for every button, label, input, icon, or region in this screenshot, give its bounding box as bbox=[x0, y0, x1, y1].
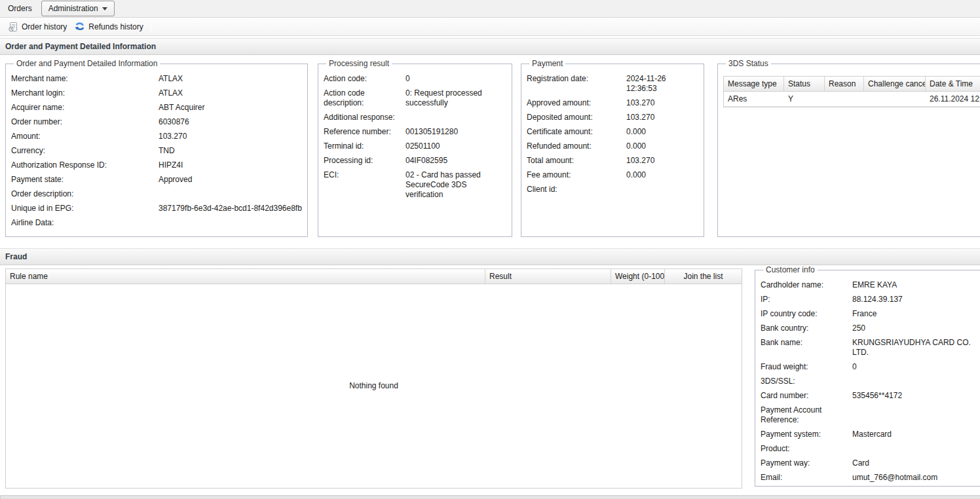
field-value: 0 bbox=[852, 362, 979, 372]
field-row: Currency: TND bbox=[11, 144, 302, 158]
tab-orders[interactable]: Orders bbox=[0, 4, 40, 13]
field-value: ABT Acquirer bbox=[159, 103, 302, 113]
cell-date-time: 26.11.2024 12:38 bbox=[926, 92, 980, 106]
field-value bbox=[852, 444, 979, 454]
customer-info-legend: Customer info bbox=[763, 265, 818, 274]
field-value: 2024-11-26 12:36:53 bbox=[626, 74, 698, 94]
payment-rows: Registration date: 2024-11-26 12:36:53 A… bbox=[527, 72, 698, 197]
field-label: Deposited amount: bbox=[527, 113, 626, 122]
field-value bbox=[159, 218, 302, 228]
cell-status: Y bbox=[784, 92, 825, 106]
column-header-date-time[interactable]: Date & Time bbox=[926, 77, 980, 91]
field-row: Refunded amount: 0.000 bbox=[527, 139, 698, 154]
field-row: Deposited amount: 103.270 bbox=[527, 111, 698, 125]
refunds-history-button[interactable]: Refunds history bbox=[71, 20, 147, 34]
field-label: Refunded amount: bbox=[527, 141, 626, 151]
field-label: Fee amount: bbox=[527, 170, 626, 180]
three-ds-table: Message type Status Reason Challenge can… bbox=[723, 76, 980, 107]
order-info-rows: Merchant name: ATLAX Merchant login: ATL… bbox=[11, 72, 302, 231]
field-row: Certificate amount: 0.000 bbox=[527, 125, 698, 139]
column-header-rule-name[interactable]: Rule name bbox=[6, 269, 485, 284]
field-label: Reference number: bbox=[324, 127, 405, 137]
column-header-join-the-list[interactable]: Join the list bbox=[665, 269, 742, 284]
order-history-button[interactable]: Order history bbox=[4, 20, 71, 34]
payment-panel: Payment Registration date: 2024-11-26 12… bbox=[521, 59, 704, 237]
payment-legend: Payment bbox=[529, 59, 565, 68]
processing-result-panel: Processing result Action code: 0 Action … bbox=[318, 59, 512, 237]
field-value: France bbox=[852, 309, 979, 319]
field-label: Payment state: bbox=[11, 175, 159, 185]
field-value: 103.270 bbox=[626, 113, 698, 122]
field-label: Registration date: bbox=[527, 74, 626, 94]
field-value bbox=[159, 189, 302, 199]
field-label: Payment system: bbox=[761, 430, 852, 439]
order-info-legend: Order and Payment Detailed Information bbox=[14, 59, 160, 68]
field-label: Bank country: bbox=[761, 323, 852, 333]
three-ds-table-header: Message type Status Reason Challenge can… bbox=[724, 77, 980, 92]
order-history-label: Order history bbox=[22, 22, 67, 31]
field-label: Product: bbox=[761, 444, 852, 454]
field-value: 103.270 bbox=[626, 98, 698, 108]
field-row: IP: 88.124.39.137 bbox=[761, 293, 979, 307]
column-header-status[interactable]: Status bbox=[784, 77, 825, 91]
tab-administration-label: Administration bbox=[48, 4, 98, 13]
field-row: IP country code: France bbox=[761, 307, 979, 322]
field-value: TND bbox=[159, 146, 302, 156]
field-label: Certificate amount: bbox=[527, 127, 626, 137]
column-header-message-type[interactable]: Message type bbox=[724, 77, 784, 91]
field-value: 02 - Card has passed SecureCode 3DS veri… bbox=[405, 170, 506, 200]
field-value: 0.000 bbox=[626, 127, 698, 137]
field-row: Total amount: 103.270 bbox=[527, 154, 698, 168]
field-label: Order number: bbox=[11, 117, 159, 127]
field-row: Approved amount: 103.270 bbox=[527, 96, 698, 111]
field-row: ECI: 02 - Card has passed SecureCode 3DS… bbox=[324, 168, 506, 202]
field-value: 02501100 bbox=[405, 141, 506, 151]
field-row: Client id: bbox=[527, 183, 698, 197]
field-label: Processing id: bbox=[324, 156, 405, 166]
field-label: Action code: bbox=[324, 74, 405, 84]
table-row[interactable]: ARes Y 26.11.2024 12:38 bbox=[724, 92, 980, 107]
field-value: EMRE KAYA bbox=[852, 280, 979, 290]
three-ds-status-panel: 3DS Status Message type Status Reason Ch… bbox=[717, 59, 980, 237]
field-label: Payment way: bbox=[761, 458, 852, 468]
customer-info-panel: Customer info Cardholder name: EMRE KAYA… bbox=[755, 265, 980, 487]
column-header-weight[interactable]: Weight (0-100) bbox=[611, 269, 665, 284]
field-label: Card number: bbox=[761, 391, 852, 401]
cell-message-type: ARes bbox=[724, 92, 784, 106]
field-row: Merchant name: ATLAX bbox=[11, 72, 302, 86]
column-header-reason[interactable]: Reason bbox=[825, 77, 864, 91]
tab-administration[interactable]: Administration bbox=[41, 1, 115, 16]
field-value: 103.270 bbox=[159, 132, 302, 141]
cell-challenge-cancel bbox=[864, 92, 926, 106]
field-row: Terminal id: 02501100 bbox=[324, 139, 506, 154]
field-row: Order description: bbox=[11, 187, 302, 202]
field-row: Payment state: Approved bbox=[11, 173, 302, 187]
field-row: 3DS/SSL: bbox=[761, 375, 979, 389]
field-label: Payment Account Reference: bbox=[761, 405, 852, 425]
column-header-challenge-cancel[interactable]: Challenge cancel bbox=[864, 77, 926, 91]
field-value: 0.000 bbox=[626, 170, 698, 180]
field-value: 88.124.39.137 bbox=[852, 295, 979, 305]
field-row: Payment Account Reference: bbox=[761, 403, 979, 428]
field-row: Payment way: Card bbox=[761, 456, 979, 471]
field-label: Currency: bbox=[11, 146, 159, 156]
field-row: Acquirer name: ABT Acquirer bbox=[11, 101, 302, 115]
field-label: Order description: bbox=[11, 189, 159, 199]
column-header-result[interactable]: Result bbox=[485, 269, 611, 284]
field-row: Unique id in EPG: 387179fb-6e3d-42ae-bcd… bbox=[11, 202, 302, 216]
field-label: Acquirer name: bbox=[11, 103, 159, 113]
processing-result-legend: Processing result bbox=[326, 59, 392, 68]
field-label: IP: bbox=[761, 295, 852, 305]
field-label: Fraud weight: bbox=[761, 362, 852, 372]
field-value: Card bbox=[852, 458, 979, 468]
field-value: umut_766@hotmail.com bbox=[852, 473, 979, 483]
field-value: HIPZ4I bbox=[159, 160, 302, 170]
field-label: Amount: bbox=[11, 132, 159, 141]
field-row: Airline Data: bbox=[11, 216, 302, 231]
processing-result-rows: Action code: 0 Action code description: … bbox=[324, 72, 506, 202]
detail-panels: Order and Payment Detailed Information M… bbox=[0, 55, 980, 246]
fraud-section-title: Fraud bbox=[0, 248, 980, 265]
field-row: Cardholder name: EMRE KAYA bbox=[761, 278, 979, 293]
refunds-history-label: Refunds history bbox=[88, 22, 143, 31]
customer-info-rows: Cardholder name: EMRE KAYA IP: 88.124.39… bbox=[761, 278, 979, 485]
